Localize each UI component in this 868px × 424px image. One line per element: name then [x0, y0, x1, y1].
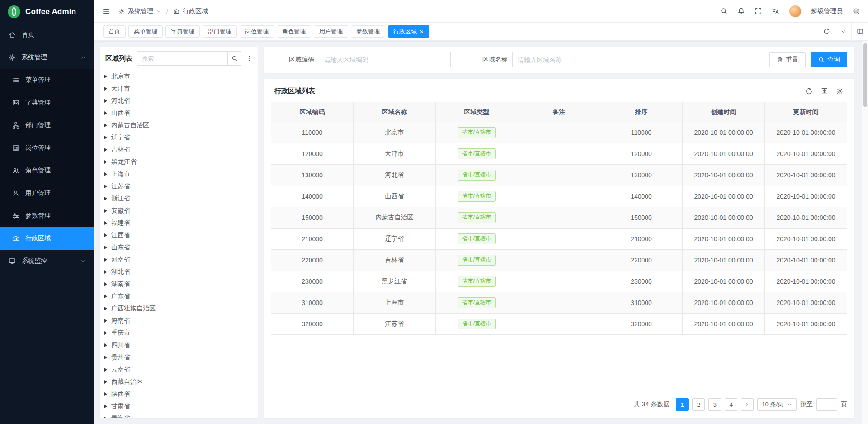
tree-item[interactable]: 浙江省	[100, 192, 258, 205]
tree-item[interactable]: 江苏省	[100, 180, 258, 192]
tree-item[interactable]: 重庆市	[100, 327, 258, 339]
table-row[interactable]: 130000 河北省 省市/直辖市 130000 2020-10-01 00:0…	[271, 165, 847, 186]
caret-right-icon[interactable]	[104, 124, 107, 127]
tree-item[interactable]: 河北省	[100, 95, 258, 107]
tree-item[interactable]: 天津市	[100, 82, 258, 95]
caret-right-icon[interactable]	[104, 368, 107, 372]
settings-gear-icon[interactable]	[852, 7, 860, 15]
page-button-4[interactable]: 4	[725, 398, 737, 411]
tree-item[interactable]: 北京市	[100, 70, 258, 82]
table-row[interactable]: 310000 上海市 省市/直辖市 310000 2020-10-01 00:0…	[271, 292, 847, 314]
sidebar-item-home[interactable]: 首页	[0, 24, 94, 46]
app-logo[interactable]: Coffee Admin	[0, 0, 94, 24]
tree-item[interactable]: 上海市	[100, 168, 258, 180]
tree-item[interactable]: 山西省	[100, 107, 258, 119]
table-header-cell[interactable]: 备注	[518, 102, 600, 122]
row-density-icon[interactable]	[821, 87, 828, 95]
layout-icon[interactable]	[851, 23, 868, 40]
sidebar-item-region[interactable]: 行政区域	[0, 227, 94, 250]
table-header-cell[interactable]: 区域名称	[354, 102, 436, 122]
reset-button[interactable]: 重置	[769, 52, 806, 67]
tree-item[interactable]: 广西壮族自治区	[100, 302, 258, 314]
caret-right-icon[interactable]	[104, 319, 107, 323]
tree-item[interactable]: 海南省	[100, 314, 258, 327]
table-row[interactable]: 320000 江苏省 省市/直辖市 320000 2020-10-01 00:0…	[271, 314, 847, 335]
caret-right-icon[interactable]	[104, 392, 107, 396]
tree-item[interactable]: 河南省	[100, 253, 258, 266]
jump-page-input[interactable]	[816, 398, 837, 411]
caret-right-icon[interactable]	[104, 172, 107, 176]
region-code-input[interactable]	[319, 52, 451, 67]
tree-item[interactable]: 广东省	[100, 290, 258, 302]
next-page-button[interactable]	[741, 398, 754, 411]
sidebar-item-monitor[interactable]: 系统监控	[0, 250, 94, 272]
caret-right-icon[interactable]	[104, 380, 107, 384]
caret-right-icon[interactable]	[104, 282, 107, 286]
username[interactable]: 超级管理员	[811, 7, 843, 15]
breadcrumb-root[interactable]: 系统管理	[128, 7, 153, 15]
caret-right-icon[interactable]	[104, 221, 107, 225]
tab-menu-mgmt[interactable]: 菜单管理	[128, 25, 163, 38]
tab-dict-mgmt[interactable]: 字典管理	[165, 25, 200, 38]
tree-item[interactable]: 辽宁省	[100, 131, 258, 143]
tree-search-button[interactable]	[227, 52, 241, 65]
caret-right-icon[interactable]	[104, 343, 107, 347]
refresh-icon[interactable]	[805, 87, 813, 95]
sidebar-item-dept-mgmt[interactable]: 部门管理	[0, 114, 94, 137]
caret-right-icon[interactable]	[104, 246, 107, 249]
bell-icon[interactable]	[737, 7, 745, 15]
region-name-input[interactable]	[512, 52, 644, 67]
caret-right-icon[interactable]	[104, 356, 107, 359]
sidebar-item-system[interactable]: 系统管理	[0, 46, 94, 69]
tree-item[interactable]: 陕西省	[100, 388, 258, 400]
translate-icon[interactable]	[772, 7, 779, 15]
tree-item[interactable]: 安徽省	[100, 205, 258, 217]
tree-item[interactable]: 贵州省	[100, 351, 258, 363]
sidebar-item-dict-mgmt[interactable]: 字典管理	[0, 91, 94, 114]
caret-right-icon[interactable]	[104, 185, 107, 188]
caret-right-icon[interactable]	[104, 197, 107, 200]
tree-item[interactable]: 吉林省	[100, 143, 258, 156]
query-button[interactable]: 查询	[811, 52, 847, 67]
caret-right-icon[interactable]	[104, 99, 107, 103]
tree-item[interactable]: 甘肃省	[100, 400, 258, 412]
caret-right-icon[interactable]	[104, 417, 107, 419]
caret-right-icon[interactable]	[104, 87, 107, 91]
caret-right-icon[interactable]	[104, 148, 107, 152]
refresh-icon[interactable]	[818, 23, 835, 40]
tab-region[interactable]: 行政区域	[388, 25, 429, 38]
user-avatar[interactable]	[789, 5, 802, 18]
caret-right-icon[interactable]	[104, 405, 107, 408]
sidebar-item-menu-mgmt[interactable]: 菜单管理	[0, 69, 94, 91]
column-settings-gear-icon[interactable]	[836, 87, 844, 95]
caret-right-icon[interactable]	[104, 136, 107, 139]
table-header-cell[interactable]: 创建时间	[683, 102, 765, 122]
tree-item[interactable]: 湖北省	[100, 266, 258, 278]
tree-item[interactable]: 云南省	[100, 363, 258, 376]
tab-home[interactable]: 首页	[103, 25, 126, 38]
table-row[interactable]: 230000 黑龙江省 省市/直辖市 230000 2020-10-01 00:…	[271, 271, 847, 292]
table-header-cell[interactable]: 更新时间	[765, 102, 847, 122]
tree-item[interactable]: 山东省	[100, 241, 258, 253]
caret-right-icon[interactable]	[104, 307, 107, 310]
page-button-2[interactable]: 2	[692, 398, 705, 411]
table-row[interactable]: 150000 内蒙古自治区 省市/直辖市 150000 2020-10-01 0…	[271, 207, 847, 229]
caret-right-icon[interactable]	[104, 258, 107, 262]
table-header-cell[interactable]: 区域类型	[436, 102, 518, 122]
tab-dept-mgmt[interactable]: 部门管理	[203, 25, 237, 38]
tree-item[interactable]: 西藏自治区	[100, 376, 258, 388]
page-scrollbar-thumb[interactable]	[863, 43, 867, 107]
caret-right-icon[interactable]	[104, 209, 107, 213]
tree-item[interactable]: 福建省	[100, 217, 258, 229]
dots-vertical-icon[interactable]	[246, 55, 252, 62]
tree-search-input[interactable]	[137, 52, 227, 65]
tree-item[interactable]: 黑龙江省	[100, 156, 258, 168]
tab-post-mgmt[interactable]: 岗位管理	[240, 25, 274, 38]
fullscreen-icon[interactable]	[755, 7, 762, 15]
tree-item[interactable]: 四川省	[100, 339, 258, 351]
tree-item[interactable]: 湖南省	[100, 278, 258, 290]
caret-right-icon[interactable]	[104, 270, 107, 274]
table-row[interactable]: 120000 天津市 省市/直辖市 120000 2020-10-01 00:0…	[271, 143, 847, 165]
chevron-down-icon[interactable]	[835, 23, 851, 40]
tree-item[interactable]: 内蒙古自治区	[100, 119, 258, 131]
